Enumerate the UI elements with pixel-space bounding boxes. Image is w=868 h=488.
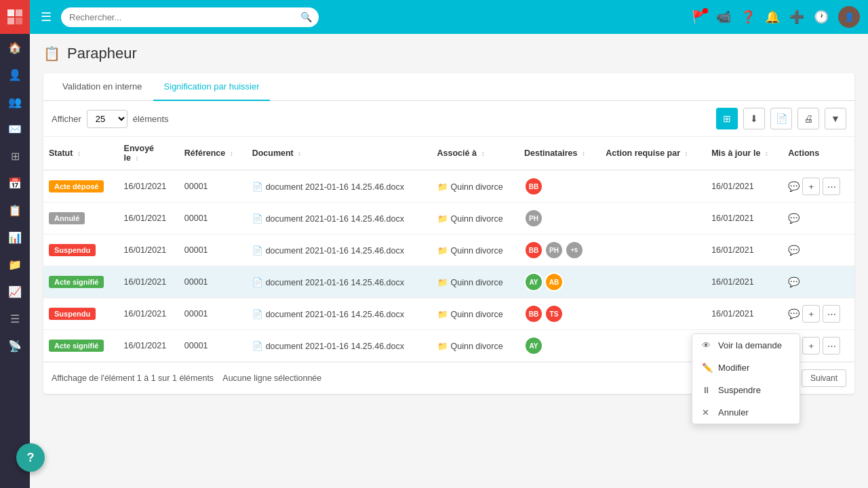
- sidebar-item-apps[interactable]: ⊞: [0, 142, 30, 169]
- footer-info-text: Affichage de l'élément 1 à 1 sur 1 éléme…: [52, 373, 214, 383]
- user-avatar[interactable]: 👤: [838, 6, 860, 28]
- col-action-requise[interactable]: Action requise par ↕: [600, 137, 706, 170]
- page-title: Parapheur: [67, 45, 137, 62]
- status-badge: Suspendu: [49, 244, 96, 256]
- sidebar-item-feeds[interactable]: 📡: [0, 332, 30, 359]
- add-btn[interactable]: +: [802, 305, 820, 323]
- more-btn[interactable]: ⋯: [823, 305, 840, 323]
- col-associe-a[interactable]: Associé à ↕: [432, 137, 519, 170]
- search-input[interactable]: [61, 7, 319, 27]
- download-btn[interactable]: ⬇: [743, 108, 765, 129]
- video-icon[interactable]: 📹: [716, 9, 731, 24]
- next-page-btn[interactable]: Suivant: [802, 369, 846, 387]
- more-btn[interactable]: ⋯: [823, 178, 840, 195]
- cancel-icon: ✕: [702, 407, 713, 418]
- cell-statut: Suspendu: [43, 235, 119, 266]
- avatar: BB: [524, 177, 543, 196]
- col-reference[interactable]: Référence ↕: [179, 137, 247, 170]
- cell-action-requise: [600, 298, 706, 330]
- clock-icon[interactable]: 🕐: [814, 9, 829, 24]
- file-btn[interactable]: 📄: [770, 108, 792, 129]
- sidebar-item-more[interactable]: ☰: [0, 305, 30, 332]
- tabs: Validation en interne Signification par …: [43, 73, 854, 101]
- comment-icon[interactable]: 💬: [788, 213, 800, 224]
- per-page-select[interactable]: 10 25 50 100: [87, 110, 127, 128]
- sidebar-item-parapheur[interactable]: 📋: [0, 197, 30, 224]
- table-row: Annulé 16/01/2021 00001 📄document 2021-0…: [43, 203, 854, 235]
- help-button[interactable]: ?: [16, 443, 45, 472]
- cell-associe-a: 📁Quinn divorce: [432, 266, 519, 298]
- status-badge: Suspendu: [49, 308, 96, 320]
- sidebar-item-analytics[interactable]: 📈: [0, 278, 30, 305]
- sidebar-item-mail[interactable]: ✉️: [0, 115, 30, 142]
- avatar: AY: [524, 336, 543, 355]
- col-destinataires[interactable]: Destinataires ↕: [519, 137, 600, 170]
- add-btn[interactable]: +: [802, 337, 820, 354]
- grid-view-btn[interactable]: ⊞: [716, 108, 738, 129]
- help-icon[interactable]: ❓: [741, 9, 755, 24]
- cell-actions: 💬: [783, 266, 854, 298]
- app-logo[interactable]: [0, 0, 30, 34]
- col-mis-a-jour[interactable]: Mis à jour le ↕: [706, 137, 783, 170]
- tab-validation[interactable]: Validation en interne: [52, 73, 153, 101]
- more-btn[interactable]: ⋯: [823, 337, 840, 354]
- parapheur-header-icon: 📋: [43, 45, 60, 62]
- bell-icon[interactable]: 🔔: [765, 9, 780, 24]
- cell-mis-a-jour: 16/01/2021: [706, 266, 783, 298]
- col-document[interactable]: Document ↕: [247, 137, 432, 170]
- cell-action-requise: [600, 235, 706, 266]
- cell-envoye-le: 16/01/2021: [119, 330, 179, 362]
- pause-icon: ⏸: [702, 385, 713, 395]
- page-header: 📋 Parapheur: [43, 45, 854, 62]
- menu-item-label: Modifier: [718, 363, 749, 373]
- menu-suspendre[interactable]: ⏸ Suspendre: [692, 379, 800, 401]
- topnav-actions: 🚩 📹 ❓ 🔔 ➕ 🕐 👤: [692, 6, 860, 28]
- cell-document: 📄document 2021-01-16 14.25.46.docx: [247, 298, 432, 330]
- cell-mis-a-jour: 16/01/2021: [706, 235, 783, 266]
- avatar: PH: [545, 241, 564, 260]
- cell-reference: 00001: [179, 330, 247, 362]
- cell-reference: 00001: [179, 298, 247, 330]
- sidebar-item-reports[interactable]: 📊: [0, 224, 30, 251]
- main-card: Validation en interne Signification par …: [43, 73, 854, 394]
- cell-reference: 00001: [179, 203, 247, 235]
- plus-icon[interactable]: ➕: [789, 9, 804, 24]
- filter-btn[interactable]: ▼: [825, 108, 846, 129]
- col-envoye-le[interactable]: Envoyéle ↕: [119, 137, 179, 170]
- sidebar-item-users[interactable]: 👤: [0, 61, 30, 88]
- sidebar-item-calendar[interactable]: 📅: [0, 169, 30, 197]
- edit-icon: ✏️: [702, 363, 713, 373]
- cell-document: 📄document 2021-01-16 14.25.46.docx: [247, 170, 432, 203]
- cell-mis-a-jour: 16/01/2021: [706, 203, 783, 235]
- menu-modifier[interactable]: ✏️ Modifier: [692, 357, 800, 379]
- tab-signification[interactable]: Signification par huissier: [153, 73, 271, 101]
- comment-icon[interactable]: 💬: [788, 277, 800, 287]
- sidebar-item-files[interactable]: 📁: [0, 251, 30, 278]
- comment-icon[interactable]: 💬: [788, 181, 800, 192]
- cell-associe-a: 📁Quinn divorce: [432, 170, 519, 203]
- cell-action-requise: [600, 170, 706, 203]
- svg-rect-1: [16, 9, 22, 16]
- cell-envoye-le: 16/01/2021: [119, 203, 179, 235]
- cell-envoye-le: 16/01/2021: [119, 298, 179, 330]
- menu-voir-demande[interactable]: 👁 Voir la demande: [692, 334, 800, 357]
- sidebar-item-home[interactable]: 🏠: [0, 34, 30, 61]
- add-btn[interactable]: +: [802, 178, 820, 195]
- menu-annuler[interactable]: ✕ Annuler: [692, 401, 800, 424]
- table-row: Acte déposé 16/01/2021 00001 📄document 2…: [43, 170, 854, 203]
- avatar: PH: [524, 209, 543, 228]
- hamburger-icon[interactable]: ☰: [38, 7, 54, 27]
- comment-icon[interactable]: 💬: [788, 308, 800, 319]
- sidebar-item-groups[interactable]: 👥: [0, 88, 30, 115]
- table-row: Suspendu 16/01/2021 00001 📄document 2021…: [43, 235, 854, 266]
- cell-statut: Annulé: [43, 203, 119, 235]
- cell-destinataires: AY: [519, 330, 600, 362]
- cell-destinataires: BB PH +5: [519, 235, 600, 266]
- print-btn[interactable]: 🖨: [797, 108, 819, 129]
- table-wrapper: Statut ↕ Envoyéle ↕ Référence ↕ Document…: [43, 137, 854, 362]
- flag-icon[interactable]: 🚩: [692, 9, 707, 24]
- comment-icon[interactable]: 💬: [788, 245, 800, 256]
- topnav: ☰ 🔍 🚩 📹 ❓ 🔔 ➕ 🕐 👤: [30, 0, 868, 34]
- col-statut[interactable]: Statut ↕: [43, 137, 119, 170]
- status-badge: Acte signifié: [49, 340, 104, 352]
